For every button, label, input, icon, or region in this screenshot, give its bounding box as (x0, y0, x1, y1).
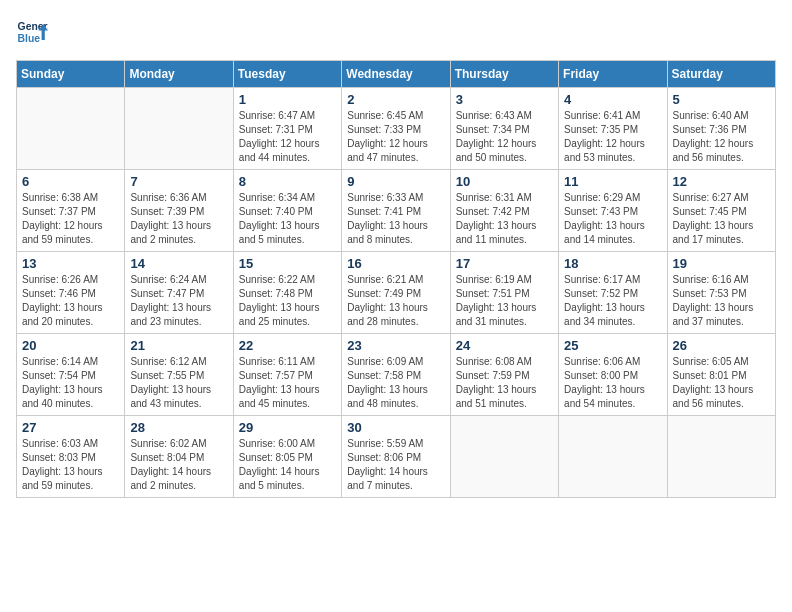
day-number: 9 (347, 174, 444, 189)
day-info: Sunrise: 6:36 AMSunset: 7:39 PMDaylight:… (130, 191, 227, 247)
weekday-header: Wednesday (342, 61, 450, 88)
logo-icon: General Blue (16, 16, 48, 48)
day-info: Sunrise: 6:33 AMSunset: 7:41 PMDaylight:… (347, 191, 444, 247)
calendar-cell: 21Sunrise: 6:12 AMSunset: 7:55 PMDayligh… (125, 334, 233, 416)
calendar-cell: 26Sunrise: 6:05 AMSunset: 8:01 PMDayligh… (667, 334, 775, 416)
calendar-cell (559, 416, 667, 498)
day-number: 19 (673, 256, 770, 271)
calendar-cell: 12Sunrise: 6:27 AMSunset: 7:45 PMDayligh… (667, 170, 775, 252)
day-number: 11 (564, 174, 661, 189)
calendar-cell (125, 88, 233, 170)
calendar-week-row: 13Sunrise: 6:26 AMSunset: 7:46 PMDayligh… (17, 252, 776, 334)
day-number: 1 (239, 92, 336, 107)
day-number: 27 (22, 420, 119, 435)
calendar-cell: 29Sunrise: 6:00 AMSunset: 8:05 PMDayligh… (233, 416, 341, 498)
day-info: Sunrise: 6:27 AMSunset: 7:45 PMDaylight:… (673, 191, 770, 247)
day-number: 16 (347, 256, 444, 271)
day-number: 18 (564, 256, 661, 271)
svg-text:Blue: Blue (18, 33, 41, 44)
weekday-header: Sunday (17, 61, 125, 88)
calendar-cell: 17Sunrise: 6:19 AMSunset: 7:51 PMDayligh… (450, 252, 558, 334)
day-info: Sunrise: 6:22 AMSunset: 7:48 PMDaylight:… (239, 273, 336, 329)
calendar-cell: 11Sunrise: 6:29 AMSunset: 7:43 PMDayligh… (559, 170, 667, 252)
weekday-header: Monday (125, 61, 233, 88)
calendar-cell (667, 416, 775, 498)
day-info: Sunrise: 6:12 AMSunset: 7:55 PMDaylight:… (130, 355, 227, 411)
calendar-cell (17, 88, 125, 170)
calendar-cell: 20Sunrise: 6:14 AMSunset: 7:54 PMDayligh… (17, 334, 125, 416)
day-number: 15 (239, 256, 336, 271)
day-info: Sunrise: 6:03 AMSunset: 8:03 PMDaylight:… (22, 437, 119, 493)
day-info: Sunrise: 6:05 AMSunset: 8:01 PMDaylight:… (673, 355, 770, 411)
day-number: 30 (347, 420, 444, 435)
day-info: Sunrise: 6:40 AMSunset: 7:36 PMDaylight:… (673, 109, 770, 165)
day-info: Sunrise: 5:59 AMSunset: 8:06 PMDaylight:… (347, 437, 444, 493)
calendar-cell: 28Sunrise: 6:02 AMSunset: 8:04 PMDayligh… (125, 416, 233, 498)
calendar-cell: 14Sunrise: 6:24 AMSunset: 7:47 PMDayligh… (125, 252, 233, 334)
day-info: Sunrise: 6:00 AMSunset: 8:05 PMDaylight:… (239, 437, 336, 493)
day-number: 24 (456, 338, 553, 353)
calendar-cell: 3Sunrise: 6:43 AMSunset: 7:34 PMDaylight… (450, 88, 558, 170)
day-number: 26 (673, 338, 770, 353)
day-number: 17 (456, 256, 553, 271)
calendar-cell: 2Sunrise: 6:45 AMSunset: 7:33 PMDaylight… (342, 88, 450, 170)
calendar-cell: 6Sunrise: 6:38 AMSunset: 7:37 PMDaylight… (17, 170, 125, 252)
calendar-cell: 1Sunrise: 6:47 AMSunset: 7:31 PMDaylight… (233, 88, 341, 170)
day-number: 8 (239, 174, 336, 189)
calendar-cell: 19Sunrise: 6:16 AMSunset: 7:53 PMDayligh… (667, 252, 775, 334)
day-number: 12 (673, 174, 770, 189)
day-number: 5 (673, 92, 770, 107)
day-number: 23 (347, 338, 444, 353)
day-info: Sunrise: 6:14 AMSunset: 7:54 PMDaylight:… (22, 355, 119, 411)
calendar-cell: 27Sunrise: 6:03 AMSunset: 8:03 PMDayligh… (17, 416, 125, 498)
weekday-header: Friday (559, 61, 667, 88)
calendar-cell: 16Sunrise: 6:21 AMSunset: 7:49 PMDayligh… (342, 252, 450, 334)
day-info: Sunrise: 6:19 AMSunset: 7:51 PMDaylight:… (456, 273, 553, 329)
calendar-cell: 4Sunrise: 6:41 AMSunset: 7:35 PMDaylight… (559, 88, 667, 170)
weekday-header: Tuesday (233, 61, 341, 88)
calendar-cell: 23Sunrise: 6:09 AMSunset: 7:58 PMDayligh… (342, 334, 450, 416)
day-info: Sunrise: 6:38 AMSunset: 7:37 PMDaylight:… (22, 191, 119, 247)
day-info: Sunrise: 6:31 AMSunset: 7:42 PMDaylight:… (456, 191, 553, 247)
day-number: 6 (22, 174, 119, 189)
day-number: 2 (347, 92, 444, 107)
calendar-cell: 7Sunrise: 6:36 AMSunset: 7:39 PMDaylight… (125, 170, 233, 252)
day-info: Sunrise: 6:29 AMSunset: 7:43 PMDaylight:… (564, 191, 661, 247)
calendar-week-row: 20Sunrise: 6:14 AMSunset: 7:54 PMDayligh… (17, 334, 776, 416)
calendar-cell: 10Sunrise: 6:31 AMSunset: 7:42 PMDayligh… (450, 170, 558, 252)
calendar-header-row: SundayMondayTuesdayWednesdayThursdayFrid… (17, 61, 776, 88)
day-number: 22 (239, 338, 336, 353)
day-info: Sunrise: 6:11 AMSunset: 7:57 PMDaylight:… (239, 355, 336, 411)
calendar-table: SundayMondayTuesdayWednesdayThursdayFrid… (16, 60, 776, 498)
day-number: 3 (456, 92, 553, 107)
calendar-cell: 24Sunrise: 6:08 AMSunset: 7:59 PMDayligh… (450, 334, 558, 416)
page-header: General Blue (16, 16, 776, 48)
day-info: Sunrise: 6:34 AMSunset: 7:40 PMDaylight:… (239, 191, 336, 247)
calendar-cell: 30Sunrise: 5:59 AMSunset: 8:06 PMDayligh… (342, 416, 450, 498)
calendar-cell: 22Sunrise: 6:11 AMSunset: 7:57 PMDayligh… (233, 334, 341, 416)
calendar-cell: 8Sunrise: 6:34 AMSunset: 7:40 PMDaylight… (233, 170, 341, 252)
calendar-cell: 13Sunrise: 6:26 AMSunset: 7:46 PMDayligh… (17, 252, 125, 334)
day-number: 25 (564, 338, 661, 353)
calendar-week-row: 1Sunrise: 6:47 AMSunset: 7:31 PMDaylight… (17, 88, 776, 170)
day-number: 13 (22, 256, 119, 271)
calendar-cell: 5Sunrise: 6:40 AMSunset: 7:36 PMDaylight… (667, 88, 775, 170)
day-number: 21 (130, 338, 227, 353)
calendar-week-row: 6Sunrise: 6:38 AMSunset: 7:37 PMDaylight… (17, 170, 776, 252)
day-number: 14 (130, 256, 227, 271)
calendar-cell: 15Sunrise: 6:22 AMSunset: 7:48 PMDayligh… (233, 252, 341, 334)
day-info: Sunrise: 6:17 AMSunset: 7:52 PMDaylight:… (564, 273, 661, 329)
weekday-header: Thursday (450, 61, 558, 88)
day-info: Sunrise: 6:08 AMSunset: 7:59 PMDaylight:… (456, 355, 553, 411)
day-number: 28 (130, 420, 227, 435)
day-number: 10 (456, 174, 553, 189)
day-info: Sunrise: 6:02 AMSunset: 8:04 PMDaylight:… (130, 437, 227, 493)
day-number: 20 (22, 338, 119, 353)
logo: General Blue (16, 16, 48, 48)
day-info: Sunrise: 6:06 AMSunset: 8:00 PMDaylight:… (564, 355, 661, 411)
day-info: Sunrise: 6:24 AMSunset: 7:47 PMDaylight:… (130, 273, 227, 329)
calendar-cell (450, 416, 558, 498)
calendar-cell: 25Sunrise: 6:06 AMSunset: 8:00 PMDayligh… (559, 334, 667, 416)
day-info: Sunrise: 6:41 AMSunset: 7:35 PMDaylight:… (564, 109, 661, 165)
day-info: Sunrise: 6:47 AMSunset: 7:31 PMDaylight:… (239, 109, 336, 165)
